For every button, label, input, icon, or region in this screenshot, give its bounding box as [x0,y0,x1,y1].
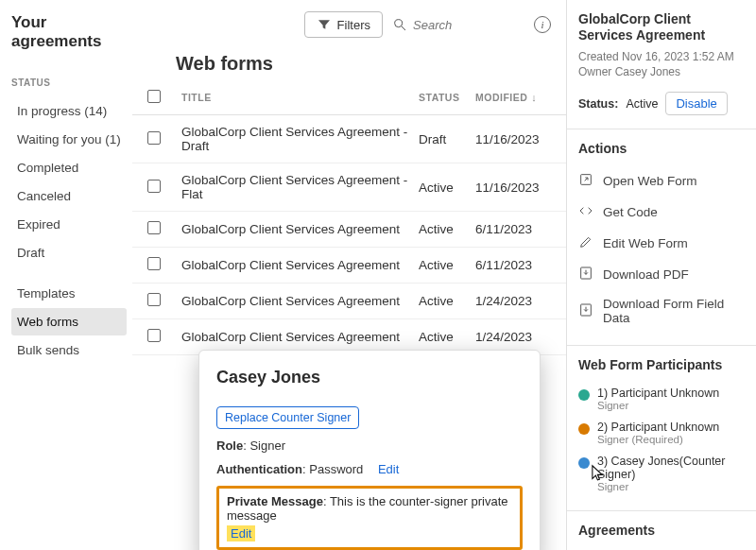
sidebar-item[interactable]: Draft [11,239,127,266]
popup-auth-value: Password [309,462,363,476]
action-label: Download Form Field Data [603,297,747,325]
action-label: Edit Web Form [603,236,688,250]
download-icon [578,266,593,284]
participant-item[interactable]: 1) Participant UnknownSigner [578,382,747,416]
participant-popup: Casey Jones Replace Counter Signer Role:… [198,350,541,550]
action-label: Download PDF [603,267,689,282]
row-checkbox[interactable] [147,329,161,342]
row-checkbox[interactable] [147,131,161,145]
download-icon [578,302,593,320]
actions-heading: Actions [578,141,747,156]
row-checkbox[interactable] [147,221,161,234]
row-modified: 1/24/2023 [475,294,551,308]
participant-item[interactable]: 3) Casey Jones(Counter Signer)Signer [578,450,747,497]
action-label: Get Code [603,205,658,219]
sidebar-item[interactable]: Expired [11,211,127,238]
action-item[interactable]: Open Web Form [578,165,747,197]
row-title: GlobalCorp Client Services Agreement - D… [176,125,419,153]
participant-name: 2) Participant Unknown [597,421,719,434]
action-item[interactable]: Get Code [578,197,747,228]
row-checkbox[interactable] [147,293,161,306]
detail-created: Created Nov 16, 2023 1:52 AM [578,49,747,65]
page-title: Your agreements [11,13,132,51]
detail-status-value: Active [626,97,658,111]
table-row[interactable]: GlobalCorp Client Services AgreementActi… [132,248,566,284]
disable-button[interactable]: Disable [665,92,727,115]
popup-role-value: Signer [249,438,285,453]
search-input[interactable] [413,18,498,32]
svg-line-1 [402,26,405,30]
row-status: Active [419,180,475,195]
search-field[interactable] [392,17,524,32]
pm-edit-link[interactable]: Edit [227,525,255,541]
status-heading: STATUS [11,77,132,88]
action-item[interactable]: Download PDF [578,259,747,290]
section-heading: Web forms [132,53,566,80]
participant-dot-icon [578,457,590,469]
row-modified: 11/16/2023 [475,132,551,146]
participant-dot-icon [578,389,590,401]
detail-owner: Owner Casey Jones [578,64,747,80]
sidebar-item[interactable]: Web forms [11,308,127,335]
sidebar-item[interactable]: Completed [11,154,127,181]
popup-pm-label: Private Message [227,494,323,508]
col-modified[interactable]: MODIFIED↓ [475,92,551,103]
row-title: GlobalCorp Client Services Agreement [176,258,419,272]
participant-name: 1) Participant Unknown [597,387,719,400]
table-row[interactable]: GlobalCorp Client Services Agreement - D… [132,115,566,163]
row-title: GlobalCorp Client Services Agreement [176,294,419,308]
edit-icon [578,234,593,252]
popup-role-label: Role [216,438,243,453]
participants-heading: Web Form Participants [578,357,747,372]
sidebar-item[interactable]: In progress (14) [11,97,127,125]
action-item[interactable]: Edit Web Form [578,228,747,259]
row-modified: 11/16/2023 [475,180,551,195]
sidebar-item[interactable]: Templates [11,280,127,307]
action-label: Open Web Form [603,174,697,188]
row-title: GlobalCorp Client Services Agreement [176,330,419,344]
agreements-heading: Agreements [578,523,747,538]
row-title: GlobalCorp Client Services Agreement - F… [176,173,419,201]
row-title: GlobalCorp Client Services Agreement [176,222,419,236]
row-modified: 6/11/2023 [475,222,551,236]
filters-button[interactable]: Filters [304,11,383,38]
row-checkbox[interactable] [147,257,161,270]
participant-role: Signer [597,481,747,492]
participant-item[interactable]: 2) Participant UnknownSigner (Required) [578,416,747,450]
select-all-checkbox[interactable] [147,90,161,103]
filter-icon [317,17,332,32]
row-modified: 6/11/2023 [475,258,551,272]
sort-desc-icon: ↓ [531,92,537,103]
row-checkbox[interactable] [147,180,161,193]
participant-name: 3) Casey Jones(Counter Signer) [597,455,747,481]
action-item[interactable]: Download Form Field Data [578,290,747,332]
search-icon [392,17,407,32]
table-row[interactable]: GlobalCorp Client Services Agreement - F… [132,163,566,212]
sidebar-item[interactable]: Waiting for you (1) [11,126,127,153]
participant-role: Signer [597,400,719,411]
table-row[interactable]: GlobalCorp Client Services AgreementActi… [132,284,566,319]
sidebar-item[interactable]: Bulk sends [11,336,127,364]
filters-label: Filters [337,18,370,32]
auth-edit-link[interactable]: Edit [378,462,399,476]
popup-name: Casey Jones [216,368,523,387]
participant-dot-icon [578,423,590,435]
sidebar-item[interactable]: Canceled [11,182,127,210]
participant-role: Signer (Required) [597,434,719,445]
row-modified: 1/24/2023 [475,330,551,344]
replace-counter-signer-button[interactable]: Replace Counter Signer [216,406,359,429]
detail-status-label: Status: [578,97,618,111]
private-message-highlight: Private Message: This is the counter-sig… [216,486,523,550]
svg-point-0 [395,20,403,27]
row-status: Draft [419,132,475,146]
col-status[interactable]: STATUS [419,92,475,103]
info-icon[interactable]: i [534,16,551,33]
table-header: TITLE STATUS MODIFIED↓ [132,80,566,115]
table-row[interactable]: GlobalCorp Client Services AgreementActi… [132,212,566,248]
detail-title: GlobalCorp Client Services Agreement [578,11,747,43]
open-icon [578,172,593,190]
row-status: Active [419,258,475,272]
col-title[interactable]: TITLE [176,92,419,103]
row-status: Active [419,222,475,236]
row-status: Active [419,330,475,344]
